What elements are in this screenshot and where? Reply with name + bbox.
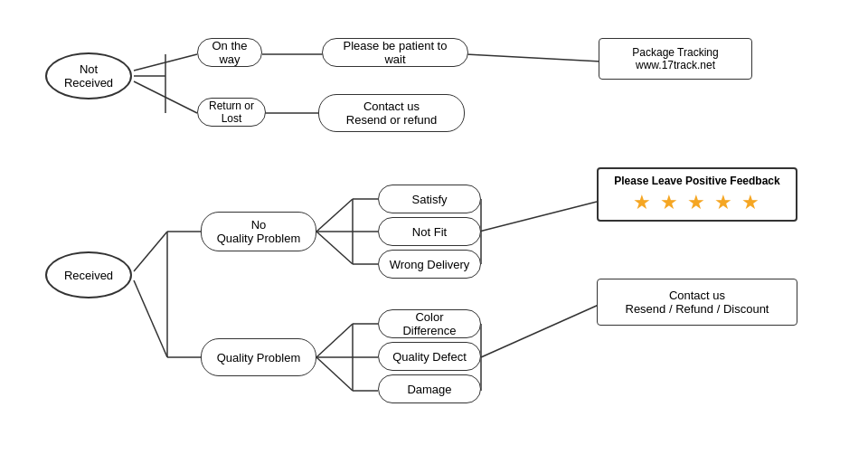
color-difference-node: Color Difference: [378, 309, 481, 338]
on-the-way-label: On the way: [207, 39, 252, 66]
feedback-node: Please Leave Positive Feedback ★ ★ ★ ★ ★: [597, 167, 797, 222]
svg-line-20: [479, 202, 597, 232]
received-label: Received: [64, 269, 113, 282]
feedback-stars: ★ ★ ★ ★ ★: [608, 191, 787, 214]
no-quality-problem-label: No Quality Problem: [217, 218, 300, 245]
please-be-patient-node: Please be patient to wait: [322, 38, 468, 67]
return-or-lost-node: Return or Lost: [197, 98, 266, 127]
not-received-node: Not Received: [45, 52, 132, 99]
quality-problem-node: Quality Problem: [201, 338, 316, 376]
svg-line-0: [134, 54, 197, 71]
quality-defect-node: Quality Defect: [378, 342, 481, 371]
svg-line-7: [134, 232, 167, 271]
package-tracking-label: Package Tracking www.17track.net: [632, 46, 718, 71]
svg-line-29: [481, 305, 599, 357]
contact-resend-refund-discount-label: Contact us Resend / Refund / Discount: [626, 289, 769, 316]
contact-resend-refund-label: Contact us Resend or refund: [346, 99, 437, 127]
no-quality-problem-node: No Quality Problem: [201, 212, 316, 251]
flowchart-diagram: Not Received On the way Please be patien…: [0, 0, 868, 464]
quality-defect-label: Quality Defect: [392, 350, 467, 364]
not-received-label: Not Received: [64, 62, 113, 90]
svg-line-10: [316, 199, 353, 232]
satisfy-node: Satisfy: [378, 185, 481, 213]
not-fit-node: Not Fit: [378, 217, 481, 246]
please-be-patient-label: Please be patient to wait: [332, 39, 458, 66]
return-or-lost-label: Return or Lost: [207, 99, 256, 125]
received-node: Received: [45, 251, 132, 298]
svg-line-18: [316, 357, 353, 391]
damage-node: Damage: [378, 374, 481, 403]
satisfy-label: Satisfy: [411, 193, 447, 206]
package-tracking-node: Package Tracking www.17track.net: [599, 38, 752, 80]
svg-line-1: [134, 81, 197, 113]
wrong-delivery-node: Wrong Delivery: [378, 250, 481, 279]
wrong-delivery-label: Wrong Delivery: [390, 258, 470, 271]
svg-line-12: [316, 232, 353, 264]
svg-line-3: [466, 54, 601, 62]
svg-line-8: [134, 280, 167, 357]
contact-resend-refund-discount-node: Contact us Resend / Refund / Discount: [597, 279, 797, 326]
on-the-way-node: On the way: [197, 38, 262, 67]
not-fit-label: Not Fit: [412, 225, 447, 239]
damage-label: Damage: [407, 383, 451, 396]
quality-problem-label: Quality Problem: [217, 351, 300, 365]
feedback-text: Please Leave Positive Feedback: [608, 175, 787, 187]
color-difference-label: Color Difference: [388, 310, 471, 337]
contact-resend-refund-node: Contact us Resend or refund: [318, 94, 465, 132]
svg-line-16: [316, 324, 353, 357]
